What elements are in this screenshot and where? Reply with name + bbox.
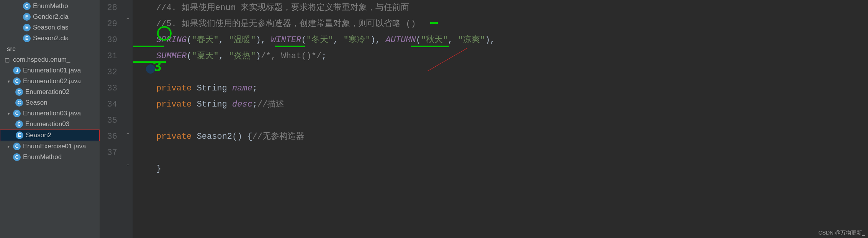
tree-item[interactable]: ▾ C Enumeration02.java bbox=[0, 76, 100, 87]
code-line bbox=[156, 145, 868, 161]
tree-label: EnumMethod bbox=[23, 153, 62, 161]
tree-label: Enumeration03.java bbox=[23, 110, 81, 117]
fold-start-icon[interactable]: ⌐ bbox=[126, 131, 131, 136]
tree-item[interactable]: C EnumMethod bbox=[0, 152, 100, 162]
class-icon: C bbox=[13, 110, 21, 117]
tree-item-selected[interactable]: E Season2 bbox=[0, 130, 100, 141]
line-number: 28 bbox=[100, 0, 117, 16]
enum-icon: E bbox=[23, 24, 31, 31]
class-icon: C bbox=[13, 143, 21, 150]
watermark-text: CSDN @万物更新_ bbox=[818, 230, 865, 236]
code-line: SPRING("春天", "温暖"), WINTER("冬天", "寒冷"), … bbox=[156, 32, 868, 48]
class-icon: C bbox=[15, 120, 23, 128]
tree-label: Gender2.cla bbox=[33, 13, 69, 21]
tree-item[interactable]: ▸ C EnumExercise01.java bbox=[0, 141, 100, 152]
package-icon: ▢ bbox=[3, 56, 11, 64]
code-line: } bbox=[156, 161, 868, 177]
tree-item[interactable]: C Season bbox=[0, 97, 100, 108]
tree-item[interactable]: ▾ C Enumeration03.java bbox=[0, 108, 100, 119]
java-icon: J bbox=[13, 67, 21, 74]
tree-label: EnumExercise01.java bbox=[23, 143, 86, 150]
code-line: private Season2() {//无参构造器 bbox=[156, 129, 868, 145]
tree-label: Season2 bbox=[26, 131, 51, 139]
line-number: 31 bbox=[100, 48, 117, 64]
tree-item[interactable]: J Enumeration01.java bbox=[0, 65, 100, 76]
code-area[interactable]: //4. 如果使用enum 来实现标题，要求将定义带重对象，与任前面 //5. … bbox=[133, 0, 868, 238]
code-line: private String desc;//描述 bbox=[156, 97, 868, 113]
code-line: private String name; bbox=[156, 80, 868, 97]
line-number: 34 bbox=[100, 97, 117, 113]
code-line bbox=[156, 64, 868, 80]
tree-item[interactable]: E Gender2.cla bbox=[0, 11, 100, 22]
class-icon: C bbox=[13, 77, 21, 85]
line-number: 29 bbox=[100, 16, 117, 32]
tree-label: Enumeration02 bbox=[25, 88, 69, 96]
tree-item[interactable]: E Season.clas bbox=[0, 22, 100, 33]
src-folder[interactable]: src bbox=[0, 44, 100, 54]
code-line: //4. 如果使用enum 来实现标题，要求将定义带重对象，与任前面 bbox=[156, 0, 868, 16]
fold-end-icon[interactable]: ⌐ bbox=[126, 162, 131, 167]
tree-label: Season2.cla bbox=[33, 34, 69, 42]
enum-icon: E bbox=[23, 13, 31, 21]
fold-gutter[interactable]: ⌐ ⌐ ⌐ bbox=[126, 0, 133, 238]
line-number: 33 bbox=[100, 80, 117, 97]
enum-icon: E bbox=[23, 34, 31, 42]
tree-label: Enumeration02.java bbox=[23, 77, 81, 85]
tree-label: Enumeration03 bbox=[25, 120, 69, 128]
tree-item[interactable]: E Season2.cla bbox=[0, 33, 100, 44]
src-label: src bbox=[3, 45, 16, 53]
enum-icon: E bbox=[16, 131, 23, 139]
tree-item[interactable]: C Enumeration02 bbox=[0, 87, 100, 97]
code-line: //5. 如果我们使用的是无参构造器，创建常量对象，则可以省略 () bbox=[156, 16, 868, 32]
tree-item[interactable]: C Enumeration03 bbox=[0, 119, 100, 130]
class-icon: C bbox=[23, 2, 31, 10]
line-number: 37 bbox=[100, 145, 117, 161]
project-tree-sidebar: C EnumMetho E Gender2.cla E Season.clas … bbox=[0, 0, 100, 238]
tree-label: EnumMetho bbox=[33, 2, 68, 10]
tree-label: com.hspedu.enum_ bbox=[13, 56, 70, 64]
fold-end-icon[interactable]: ⌐ bbox=[126, 16, 131, 21]
code-line bbox=[156, 113, 868, 129]
line-number: 30 bbox=[100, 32, 117, 48]
line-number: 36 bbox=[100, 129, 117, 145]
code-editor[interactable]: 28 29 30 31 32 33 34 35 36 37 ⌐ ⌐ ⌐ //4.… bbox=[100, 0, 868, 238]
tree-label: Season.clas bbox=[33, 24, 69, 31]
tree-item[interactable]: C EnumMetho bbox=[0, 1, 100, 11]
chevron-down-icon: ▾ bbox=[8, 111, 13, 116]
class-icon: C bbox=[13, 153, 21, 161]
line-number: 32 bbox=[100, 64, 117, 80]
tree-label: Enumeration01.java bbox=[23, 67, 81, 74]
class-icon: C bbox=[15, 88, 23, 96]
code-line: SUMMER("夏天", "炎热")/*, What()*/; bbox=[156, 48, 868, 64]
chevron-right-icon: ▸ bbox=[8, 144, 13, 149]
breakpoint-icon[interactable] bbox=[146, 64, 155, 74]
line-number-gutter: 28 29 30 31 32 33 34 35 36 37 bbox=[100, 0, 126, 238]
line-number: 35 bbox=[100, 113, 117, 129]
chevron-down-icon: ▾ bbox=[8, 79, 13, 84]
tree-label: Season bbox=[25, 99, 47, 107]
class-icon: C bbox=[15, 99, 23, 107]
package-item[interactable]: ▢ com.hspedu.enum_ bbox=[0, 54, 100, 65]
